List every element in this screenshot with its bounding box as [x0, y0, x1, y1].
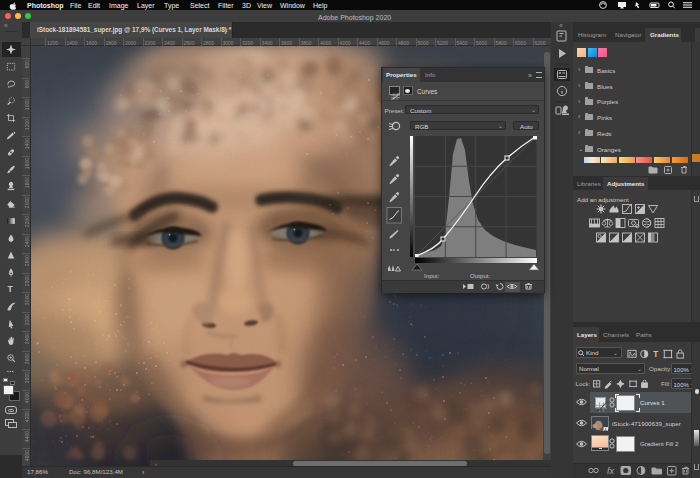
svg-text:fx: fx [607, 466, 615, 476]
svg-text:T: T [653, 350, 658, 359]
